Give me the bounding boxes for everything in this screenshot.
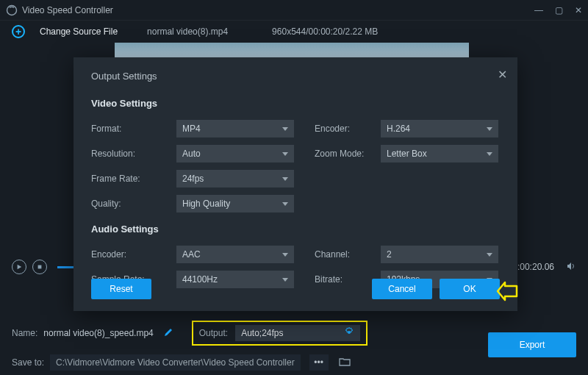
svg-rect-2 bbox=[38, 265, 42, 269]
browse-path-button[interactable]: ••• bbox=[309, 354, 329, 371]
chevron-down-icon bbox=[282, 177, 288, 181]
volume-icon[interactable] bbox=[566, 261, 576, 274]
channel-label: Channel: bbox=[315, 249, 381, 260]
zoom-mode-label: Zoom Mode: bbox=[315, 149, 381, 159]
format-label: Format: bbox=[91, 124, 176, 134]
bottom-panel: Name: normal video(8)_speed.mp4 Output: … bbox=[0, 316, 588, 375]
change-source-button[interactable]: Change Source File bbox=[40, 26, 118, 37]
save-path-value: C:\Vidmore\Vidmore Video Converter\Video… bbox=[56, 357, 295, 368]
quality-label: Quality: bbox=[91, 199, 176, 209]
chevron-down-icon bbox=[282, 253, 288, 257]
resolution-label: Resolution: bbox=[91, 149, 176, 159]
name-value: normal video(8)_speed.mp4 bbox=[43, 328, 153, 338]
source-bar: + Change Source File normal video(8).mp4… bbox=[0, 21, 588, 43]
cancel-button[interactable]: Cancel bbox=[372, 279, 432, 299]
resolution-select[interactable]: Auto bbox=[176, 145, 294, 162]
name-label: Name: bbox=[12, 328, 37, 338]
source-file-name: normal video(8).mp4 bbox=[147, 26, 228, 37]
svg-marker-1 bbox=[18, 265, 22, 269]
reset-button[interactable]: Reset bbox=[91, 279, 151, 299]
output-select[interactable]: Auto;24fps bbox=[235, 325, 360, 341]
dialog-button-row: Reset Cancel OK bbox=[91, 279, 500, 299]
titlebar: Video Speed Controller — ▢ ✕ bbox=[0, 0, 588, 21]
format-select[interactable]: MP4 bbox=[176, 120, 294, 138]
stop-button[interactable] bbox=[32, 260, 47, 274]
zoom-mode-select[interactable]: Letter Box bbox=[381, 145, 498, 162]
source-file-meta: 960x544/00:00:20/2.22 MB bbox=[272, 26, 378, 37]
edit-name-icon[interactable] bbox=[164, 328, 173, 339]
chevron-down-icon bbox=[487, 152, 492, 156]
output-settings-gear-icon[interactable] bbox=[344, 327, 354, 340]
add-source-icon[interactable]: + bbox=[12, 25, 25, 38]
chevron-down-icon bbox=[487, 253, 492, 257]
maximize-button[interactable]: ▢ bbox=[555, 5, 563, 15]
quality-select[interactable]: High Quality bbox=[176, 195, 294, 213]
audio-settings-heading: Audio Settings bbox=[91, 224, 500, 235]
output-value: Auto;24fps bbox=[241, 328, 283, 338]
dialog-close-button[interactable]: ✕ bbox=[498, 68, 507, 82]
play-button[interactable] bbox=[12, 260, 26, 274]
close-button[interactable]: ✕ bbox=[575, 5, 582, 15]
chevron-down-icon bbox=[282, 152, 288, 156]
minimize-button[interactable]: — bbox=[534, 5, 543, 15]
video-settings-heading: Video Settings bbox=[91, 98, 500, 109]
save-path-field[interactable]: C:\Vidmore\Vidmore Video Converter\Video… bbox=[50, 354, 301, 371]
chevron-down-icon bbox=[282, 127, 288, 131]
video-thumbnail bbox=[115, 43, 469, 59]
audio-encoder-select[interactable]: AAC bbox=[176, 246, 294, 263]
app-logo-icon bbox=[6, 4, 18, 16]
frame-rate-select[interactable]: 24fps bbox=[176, 170, 294, 188]
video-encoder-label: Encoder: bbox=[315, 124, 381, 134]
ok-button[interactable]: OK bbox=[440, 279, 500, 299]
dialog-title: Output Settings bbox=[91, 71, 500, 82]
app-title: Video Speed Controller bbox=[22, 5, 113, 15]
open-folder-icon[interactable] bbox=[339, 357, 351, 369]
chevron-down-icon bbox=[487, 127, 492, 131]
output-label: Output: bbox=[199, 328, 228, 338]
frame-rate-label: Frame Rate: bbox=[91, 174, 176, 184]
output-settings-dialog: Output Settings ✕ Video Settings Format:… bbox=[74, 57, 517, 311]
window-controls: — ▢ ✕ bbox=[534, 5, 582, 15]
audio-encoder-label: Encoder: bbox=[91, 249, 176, 260]
save-to-label: Save to: bbox=[12, 357, 44, 368]
annotation-arrow-icon bbox=[496, 280, 518, 302]
export-button[interactable]: Export bbox=[488, 332, 576, 357]
output-highlight-box: Output: Auto;24fps bbox=[192, 321, 368, 346]
chevron-down-icon bbox=[282, 202, 288, 206]
channel-select[interactable]: 2 bbox=[381, 246, 498, 263]
video-encoder-select[interactable]: H.264 bbox=[381, 120, 498, 138]
